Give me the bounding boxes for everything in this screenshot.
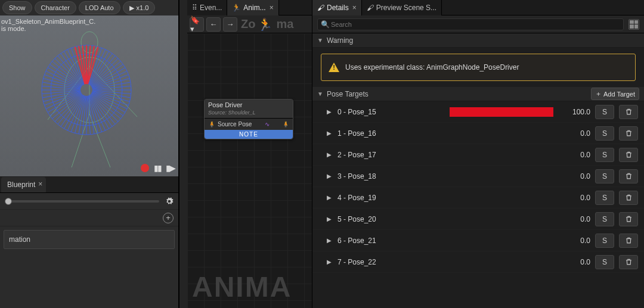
- expand-icon[interactable]: ▶: [327, 151, 333, 158]
- graph-icon: ⠿: [192, 4, 197, 12]
- run-icon: 🏃: [258, 17, 273, 32]
- delete-button[interactable]: [619, 234, 638, 248]
- delete-button[interactable]: [619, 212, 638, 226]
- close-icon[interactable]: ×: [270, 4, 274, 12]
- pause-button[interactable]: ▮▮: [154, 163, 161, 173]
- delete-button[interactable]: [619, 105, 638, 119]
- mannequin-preview: [12, 24, 167, 173]
- add-button[interactable]: +: [163, 213, 174, 223]
- viewport-transport: ▮▮ ▮▶: [141, 163, 175, 173]
- delete-button[interactable]: [619, 191, 638, 205]
- pose-targets-section-header[interactable]: ▼ Pose Targets ＋ Add Target: [312, 87, 644, 101]
- expand-icon[interactable]: ▶: [327, 216, 333, 222]
- expand-icon[interactable]: ▶: [327, 130, 333, 136]
- pose-target-row[interactable]: ▶7 - Pose_220.0S: [312, 251, 644, 273]
- input-pin[interactable]: 🧍 Source Pose: [208, 121, 252, 127]
- close-icon[interactable]: ×: [38, 180, 42, 188]
- delete-button[interactable]: [619, 169, 638, 183]
- view-options-button[interactable]: [628, 19, 639, 30]
- forward-button[interactable]: →: [223, 17, 237, 32]
- play-rate-button[interactable]: ▶ x1.0: [123, 1, 156, 14]
- graph-tabs: ⠿ Even... 🏃 Anim... ×: [187, 0, 312, 15]
- record-button[interactable]: [141, 164, 149, 172]
- viewport-3d[interactable]: ov1_Skeleton_AnimBlueprint_C. is mode. ▮…: [0, 15, 178, 176]
- blueprint-tab-label: Blueprint: [7, 181, 35, 189]
- expand-icon[interactable]: ▶: [327, 194, 333, 201]
- details-search-bar: 🔍: [312, 15, 644, 33]
- step-button[interactable]: ▮▶: [166, 163, 175, 173]
- solo-button[interactable]: S: [595, 234, 614, 248]
- node-body: 🧍 Source Pose ∿ 🧍: [205, 119, 293, 130]
- node-note[interactable]: NOTE: [205, 130, 293, 139]
- pose-target-row[interactable]: ▶5 - Pose_200.0S: [312, 209, 644, 230]
- pose-target-row[interactable]: ▶0 - Pose_15100.0S: [312, 101, 644, 123]
- curve-icon: ∿: [265, 121, 270, 127]
- search-input[interactable]: [317, 18, 624, 30]
- blueprint-tab[interactable]: Blueprint ×: [1, 177, 46, 192]
- solo-button[interactable]: S: [595, 255, 614, 269]
- play-icon: ▶: [129, 4, 134, 12]
- expand-icon[interactable]: ▶: [327, 259, 333, 265]
- solo-button[interactable]: S: [595, 191, 614, 205]
- pose-target-name: 6 - Pose_21: [338, 237, 445, 245]
- lod-button[interactable]: LOD Auto: [79, 1, 120, 14]
- warning-section-header[interactable]: ▼ Warning: [312, 33, 644, 48]
- left-gutter: [179, 0, 187, 308]
- pose-target-value: 100.0: [558, 108, 590, 116]
- asset-browser-body: + mation: [0, 193, 178, 308]
- pose-target-name: 4 - Pose_19: [338, 194, 445, 202]
- pose-target-row[interactable]: ▶1 - Pose_160.0S: [312, 123, 644, 144]
- close-icon[interactable]: ×: [352, 4, 357, 12]
- expand-icon[interactable]: ▶: [327, 237, 333, 244]
- pose-target-bar: [450, 193, 553, 203]
- warning-text: Uses experimental class: AnimGraphNode_P…: [345, 63, 519, 71]
- pose-target-bar: [450, 257, 553, 267]
- list-item[interactable]: mation: [4, 230, 175, 249]
- slider-thumb[interactable]: [5, 198, 12, 205]
- pose-target-row[interactable]: ▶3 - Pose_180.0S: [312, 166, 644, 187]
- tab-events[interactable]: ⠿ Even...: [187, 0, 227, 15]
- show-button[interactable]: Show: [2, 1, 32, 14]
- expand-icon[interactable]: ▶: [327, 173, 333, 179]
- pose-target-row[interactable]: ▶6 - Pose_210.0S: [312, 230, 644, 251]
- graph-panel: ⠿ Even... 🏃 Anim... × 🔖▾ ← → Zo 🏃 ma Pos…: [187, 0, 312, 308]
- graph-toolbar: 🔖▾ ← → Zo 🏃 ma: [187, 15, 312, 33]
- pose-target-name: 1 - Pose_16: [338, 129, 445, 138]
- bookmark-button[interactable]: 🔖▾: [190, 17, 204, 32]
- character-button[interactable]: Character: [35, 1, 76, 14]
- zoom-slider-row: [0, 193, 178, 210]
- pin-label: Source Pose: [218, 121, 252, 127]
- expand-icon[interactable]: ▶: [327, 108, 333, 115]
- node-title: Pose Driver: [208, 101, 289, 110]
- solo-button[interactable]: S: [595, 169, 614, 183]
- delete-button[interactable]: [619, 255, 638, 269]
- zoom-slider[interactable]: [5, 200, 159, 203]
- delete-button[interactable]: [619, 148, 638, 162]
- delete-button[interactable]: [619, 126, 638, 141]
- add-target-button[interactable]: ＋ Add Target: [591, 88, 639, 100]
- pose-target-row[interactable]: ▶2 - Pose_170.0S: [312, 144, 644, 166]
- pose-targets-list: ▶0 - Pose_15100.0S▶1 - Pose_160.0S▶2 - P…: [312, 101, 644, 308]
- solo-button[interactable]: S: [595, 126, 614, 141]
- back-button[interactable]: ←: [206, 17, 221, 32]
- paint-icon: 🖌: [367, 4, 374, 12]
- tab-details[interactable]: 🖌 Details ×: [312, 0, 362, 15]
- pose-target-bar: [450, 107, 553, 117]
- pose-target-value: 0.0: [558, 215, 590, 223]
- solo-button[interactable]: S: [595, 105, 614, 119]
- pose-target-row[interactable]: ▶4 - Pose_190.0S: [312, 187, 644, 209]
- tab-events-label: Even...: [200, 4, 222, 12]
- graph-canvas[interactable]: Pose Driver Source: Shoulder_L 🧍 Source …: [187, 33, 312, 308]
- pose-target-name: 5 - Pose_20: [338, 215, 445, 223]
- pose-driver-node[interactable]: Pose Driver Source: Shoulder_L 🧍 Source …: [204, 99, 293, 139]
- tab-preview-scene[interactable]: 🖌 Preview Scene S...: [362, 0, 442, 15]
- tab-anim[interactable]: 🏃 Anim... ×: [227, 0, 278, 15]
- solo-button[interactable]: S: [595, 148, 614, 162]
- plus-icon: ＋: [595, 89, 602, 98]
- list-item-label: mation: [9, 235, 30, 244]
- output-pin[interactable]: 🧍: [282, 121, 289, 127]
- solo-button[interactable]: S: [595, 212, 614, 226]
- pose-target-value: 0.0: [558, 129, 590, 138]
- pose-target-name: 7 - Pose_22: [338, 258, 445, 266]
- gear-icon[interactable]: [165, 197, 174, 206]
